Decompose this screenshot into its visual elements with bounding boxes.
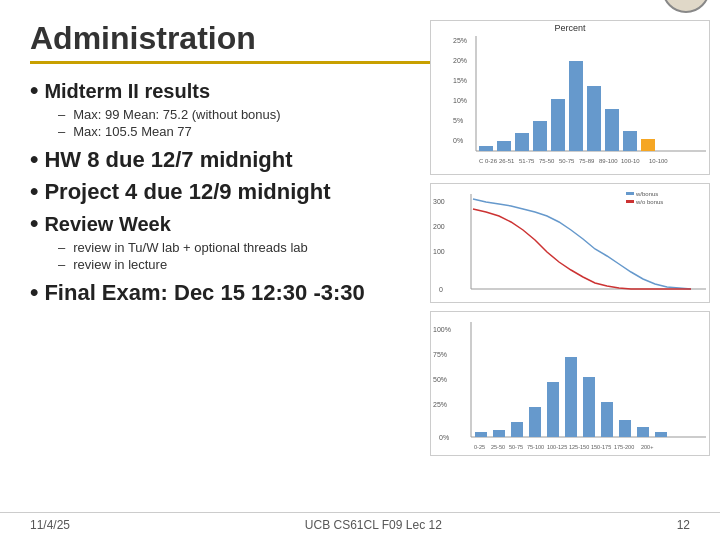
svg-rect-56 — [529, 407, 541, 437]
svg-text:125-150: 125-150 — [569, 444, 589, 450]
svg-rect-53 — [475, 432, 487, 437]
svg-text:51-75: 51-75 — [519, 158, 535, 164]
svg-rect-24 — [605, 109, 619, 151]
bullet-dot: • — [30, 78, 38, 102]
svg-rect-33 — [626, 192, 634, 195]
svg-rect-54 — [493, 430, 505, 437]
ucb-logo: UCB — [662, 0, 710, 13]
slide: Administration UCB Percent 25% 20% 15% 1… — [0, 0, 720, 540]
bullet-dot-3: • — [30, 179, 38, 203]
svg-text:100-10: 100-10 — [621, 158, 640, 164]
svg-text:200+: 200+ — [641, 444, 653, 450]
svg-text:50%: 50% — [433, 376, 447, 383]
svg-rect-60 — [601, 402, 613, 437]
footer-date: 11/4/25 — [30, 518, 70, 532]
svg-text:26-51: 26-51 — [499, 158, 515, 164]
bullet-hw8-text: • HW 8 due 12/7 midnight — [30, 147, 393, 173]
bullet-midterm-text: • Midterm II results — [30, 78, 393, 103]
svg-rect-35 — [626, 200, 634, 203]
svg-rect-57 — [547, 382, 559, 437]
svg-text:175-200: 175-200 — [614, 444, 634, 450]
svg-text:25%: 25% — [433, 401, 447, 408]
svg-text:5%: 5% — [453, 117, 463, 124]
chart-top-svg: 25% 20% 15% 10% 5% 0% C 0-26 26-51 51-75… — [431, 21, 711, 176]
bullet-dot-5: • — [30, 280, 38, 304]
svg-text:75-89: 75-89 — [579, 158, 595, 164]
svg-text:w/o bonus: w/o bonus — [635, 199, 663, 205]
sub-midterm-2: Max: 105.5 Mean 77 — [58, 124, 393, 139]
bullet-midterm: • Midterm II results Max: 99 Mean: 75.2 … — [30, 78, 393, 139]
svg-rect-23 — [587, 86, 601, 151]
chart-top: Percent 25% 20% 15% 10% 5% 0% C 0-26 26-… — [430, 20, 710, 175]
svg-rect-22 — [569, 61, 583, 151]
sub-midterm-1: Max: 99 Mean: 75.2 (without bonus) — [58, 107, 393, 122]
svg-text:10-100: 10-100 — [649, 158, 668, 164]
svg-rect-61 — [619, 420, 631, 437]
svg-text:10%: 10% — [453, 97, 467, 104]
svg-text:100-125: 100-125 — [547, 444, 567, 450]
svg-text:C 0-26: C 0-26 — [479, 158, 498, 164]
svg-text:50-75: 50-75 — [559, 158, 575, 164]
svg-rect-25 — [623, 131, 637, 151]
svg-text:0-25: 0-25 — [474, 444, 485, 450]
bullet-review-text: • Review Week — [30, 211, 393, 236]
bullet-final: • Final Exam: Dec 15 12:30 -3:30 — [30, 280, 393, 306]
svg-text:w/bonus: w/bonus — [635, 191, 658, 197]
svg-text:75%: 75% — [433, 351, 447, 358]
svg-text:100%: 100% — [433, 326, 451, 333]
svg-text:150-175: 150-175 — [591, 444, 611, 450]
svg-text:100: 100 — [433, 248, 445, 255]
svg-rect-19 — [515, 133, 529, 151]
svg-text:15%: 15% — [453, 77, 467, 84]
chart-top-title: Percent — [431, 23, 709, 33]
bullet-final-text: • Final Exam: Dec 15 12:30 -3:30 — [30, 280, 393, 306]
chart-bottom: 100% 75% 50% 25% 0% 0-25 25-50 50-75 75-… — [430, 311, 710, 456]
footer-course: UCB CS61CL F09 Lec 12 — [305, 518, 442, 532]
svg-rect-18 — [497, 141, 511, 151]
bullet-dot-2: • — [30, 147, 38, 171]
svg-rect-17 — [479, 146, 493, 151]
svg-text:300: 300 — [433, 198, 445, 205]
bullet-proj4: • Project 4 due 12/9 midnight — [30, 179, 393, 205]
svg-rect-55 — [511, 422, 523, 437]
bullet-proj4-text: • Project 4 due 12/9 midnight — [30, 179, 393, 205]
svg-text:20%: 20% — [453, 57, 467, 64]
charts-area: UCB Percent 25% 20% 15% 10% 5% 0% C 0-26… — [430, 20, 710, 456]
svg-rect-59 — [583, 377, 595, 437]
sub-review-1: review in Tu/W lab + optional threads la… — [58, 240, 393, 255]
bullet-review: • Review Week review in Tu/W lab + optio… — [30, 211, 393, 272]
svg-rect-62 — [637, 427, 649, 437]
svg-rect-21 — [551, 99, 565, 151]
bullet-hw8: • HW 8 due 12/7 midnight — [30, 147, 393, 173]
chart-mid-svg: 300 200 100 0 w/bonus w/o bonus — [431, 184, 711, 304]
svg-text:0%: 0% — [439, 434, 449, 441]
svg-rect-58 — [565, 357, 577, 437]
footer: 11/4/25 UCB CS61CL F09 Lec 12 12 — [0, 512, 720, 532]
svg-text:0: 0 — [439, 286, 443, 293]
sub-review-2: review in lecture — [58, 257, 393, 272]
chart-mid: 300 200 100 0 w/bonus w/o bonus — [430, 183, 710, 303]
svg-text:89-100: 89-100 — [599, 158, 618, 164]
svg-rect-26 — [641, 139, 655, 151]
svg-rect-20 — [533, 121, 547, 151]
svg-text:25%: 25% — [453, 37, 467, 44]
svg-text:75-100: 75-100 — [527, 444, 544, 450]
footer-page: 12 — [677, 518, 690, 532]
svg-rect-63 — [655, 432, 667, 437]
svg-text:200: 200 — [433, 223, 445, 230]
svg-text:50-75: 50-75 — [509, 444, 523, 450]
main-content: • Midterm II results Max: 99 Mean: 75.2 … — [30, 78, 393, 306]
chart-bottom-svg: 100% 75% 50% 25% 0% 0-25 25-50 50-75 75-… — [431, 312, 711, 457]
svg-text:0%: 0% — [453, 137, 463, 144]
bullet-dot-4: • — [30, 211, 38, 235]
svg-text:25-50: 25-50 — [491, 444, 505, 450]
svg-text:75-50: 75-50 — [539, 158, 555, 164]
